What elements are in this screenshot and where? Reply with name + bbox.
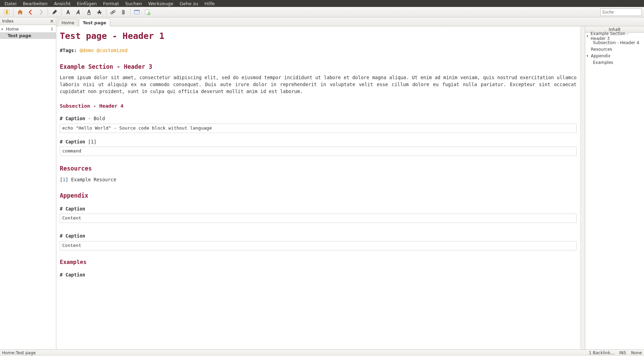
code-block: Content: [60, 214, 577, 223]
pathbar: Home Test page: [56, 17, 644, 26]
toc-item-resources[interactable]: Resources: [585, 46, 644, 52]
heading-examples: Examples: [60, 258, 577, 266]
toc-item-label: Examples: [593, 60, 613, 65]
tags-line: #Tags: @demo @customized: [60, 47, 577, 54]
toolbar-separator: [48, 9, 48, 16]
status-backlinks[interactable]: 1 Backlink...: [589, 350, 614, 355]
caption-text: # Caption: [60, 272, 85, 278]
toc-pane: Inhalt ▾ Example Section - Header 3 Subs…: [585, 26, 644, 349]
caption-text: # Caption: [60, 206, 85, 212]
svg-rect-2: [87, 14, 91, 15]
close-index-icon[interactable]: ✕: [50, 19, 54, 24]
toc-item-subsection[interactable]: Subsection - Header 4: [585, 39, 644, 46]
index-title: Index: [2, 19, 14, 24]
status-path: Home:Test page: [2, 350, 36, 355]
edit-button[interactable]: [50, 8, 59, 17]
expand-icon[interactable]: ▾: [587, 34, 589, 38]
index-pane: Index ✕ ▾ Home 1 Test page: [0, 17, 56, 349]
code-block: command: [60, 147, 577, 156]
toolbar: [0, 7, 644, 17]
search-box[interactable]: [600, 8, 642, 16]
back-button[interactable]: [26, 8, 35, 17]
italic-button[interactable]: [74, 8, 83, 17]
menu-format[interactable]: Format: [100, 0, 122, 7]
heading-resources: Resources: [60, 164, 577, 173]
menu-gehezu[interactable]: Gehe zu: [177, 0, 202, 7]
svg-rect-8: [134, 10, 140, 11]
toc-item-examples[interactable]: Examples: [585, 59, 644, 66]
index-item-label: Home: [6, 26, 19, 32]
toggle-readonly-button[interactable]: [2, 8, 11, 17]
path-tab-current[interactable]: Test page: [79, 18, 110, 26]
svg-rect-1: [6, 11, 8, 14]
toc-item-label: Example Section - Header 3: [590, 31, 644, 41]
paragraph-lorem: Lorem ipsum dolor sit amet, consectetur …: [60, 74, 577, 95]
caption-text: # Caption: [60, 116, 85, 121]
menu-werkzeuge[interactable]: Werkzeuge: [145, 0, 176, 7]
caption-text: # Caption: [60, 233, 85, 239]
toc-item-appendix[interactable]: ▾ Appendix: [585, 52, 644, 59]
strike-button[interactable]: [95, 8, 104, 17]
statusbar: Home:Test page 1 Backlink... INS None: [0, 349, 644, 356]
insert-link-button[interactable]: [108, 8, 118, 17]
index-item-label: Test page: [8, 33, 31, 38]
scrollbar[interactable]: [580, 26, 585, 349]
menu-ansicht[interactable]: Ansicht: [51, 0, 74, 7]
heading-example-section: Example Section - Header 3: [60, 63, 577, 71]
bold-button[interactable]: [63, 8, 73, 17]
code-block: echo "Hello World" - Source code block w…: [60, 124, 577, 133]
menu-einfuegen[interactable]: Einfügen: [74, 0, 100, 7]
index-item-testpage[interactable]: Test page: [0, 32, 56, 39]
forward-button[interactable]: [36, 8, 46, 17]
status-mode: INS: [619, 350, 626, 355]
index-item-count: 1: [51, 27, 55, 31]
toc-item-example[interactable]: ▾ Example Section - Header 3: [585, 33, 644, 39]
new-page-button[interactable]: [142, 8, 152, 17]
tags-label: #Tags:: [60, 48, 80, 53]
toolbar-separator: [130, 9, 130, 16]
caption-suffix: [1]: [88, 139, 96, 144]
status-extra: None: [631, 350, 642, 355]
menu-datei[interactable]: Datei: [1, 0, 20, 7]
underline-button[interactable]: [84, 8, 94, 17]
editor-area[interactable]: Test page - Header 1 #Tags: @demo @custo…: [56, 26, 580, 349]
toolbar-separator: [61, 9, 62, 16]
index-tree: ▾ Home 1 Test page: [0, 25, 56, 40]
toc-item-label: Resources: [591, 47, 612, 52]
index-item-home[interactable]: ▾ Home 1: [0, 26, 56, 32]
menu-bearbeiten[interactable]: Bearbeiten: [20, 0, 51, 7]
caption-text: # Caption: [60, 139, 88, 144]
calendar-button[interactable]: [132, 8, 142, 17]
code-block: Content: [60, 241, 577, 250]
tag-demo[interactable]: @demo: [80, 48, 94, 53]
page-title: Test page - Header 1: [60, 30, 577, 42]
path-tab-home[interactable]: Home: [58, 18, 78, 26]
resource-line: [1] Example Resource: [60, 176, 577, 183]
tag-customized[interactable]: @customized: [97, 48, 128, 53]
heading-appendix: Appendix: [60, 191, 577, 200]
home-button[interactable]: [15, 8, 25, 17]
attach-button[interactable]: [119, 8, 128, 17]
toolbar-separator: [106, 9, 106, 16]
toc-item-label: Subsection - Header 4: [593, 40, 639, 45]
expand-icon[interactable]: ▾: [1, 27, 5, 31]
caption-suffix: - Bold: [85, 116, 105, 121]
heading-subsection: Subsection - Header 4: [60, 102, 577, 110]
menu-suchen[interactable]: Suchen: [122, 0, 145, 7]
toc-item-label: Appendix: [591, 53, 610, 58]
menu-hilfe[interactable]: Hilfe: [201, 0, 218, 7]
search-input[interactable]: [602, 10, 644, 15]
svg-rect-3: [97, 12, 102, 12]
menubar: Datei Bearbeiten Ansicht Einfügen Format…: [0, 0, 644, 7]
expand-icon[interactable]: ▾: [587, 54, 590, 58]
toolbar-separator: [13, 9, 14, 16]
